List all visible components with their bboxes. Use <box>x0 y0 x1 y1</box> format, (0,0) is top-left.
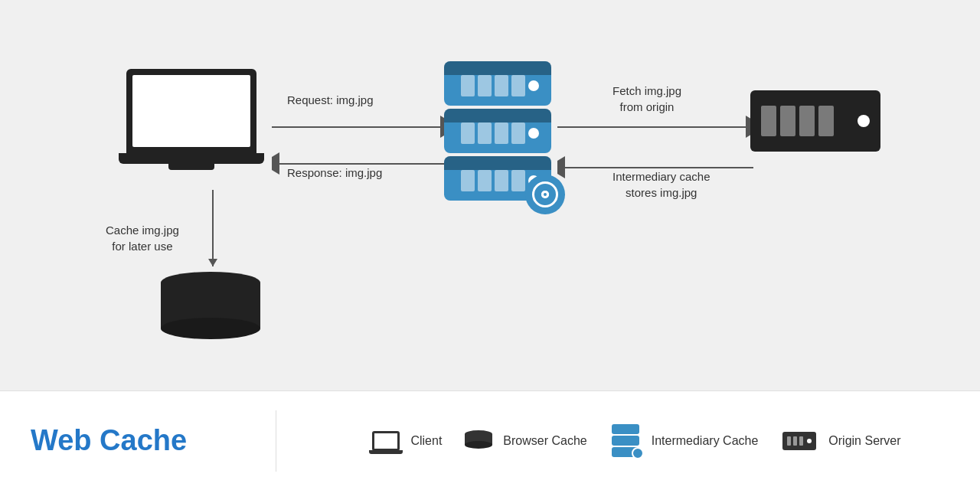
legend: Client Browser Cache <box>322 421 949 461</box>
fetch-label: Fetch img.jpgfrom origin <box>612 83 681 115</box>
server-disk-mid <box>444 109 551 153</box>
laptop-base <box>119 153 264 164</box>
footer: Web Cache Client Browser Cache <box>0 390 980 490</box>
cache-badge <box>525 175 565 214</box>
legend-label-browser-cache: Browser Cache <box>503 434 586 448</box>
database-icon <box>161 272 260 339</box>
intermediary-label: Intermediary cachestores img.jpg <box>612 168 710 201</box>
origin-box <box>750 90 880 152</box>
diagram-area: Request: img.jpg Response: img.jpg <box>0 0 980 390</box>
laptop-icon <box>126 69 264 164</box>
legend-label-client: Client <box>410 434 442 448</box>
legend-laptop-icon <box>372 431 400 451</box>
cache-label: Cache img.jpgfor later use <box>106 222 179 254</box>
legend-db-icon <box>465 430 492 452</box>
legend-server-icon <box>782 432 816 450</box>
legend-proxy-badge <box>632 447 644 459</box>
origin-server-icon <box>750 90 880 152</box>
legend-label-origin-server: Origin Server <box>828 434 900 448</box>
legend-proxy-icon <box>612 424 639 458</box>
legend-item-browser-cache: Browser Cache <box>463 426 586 456</box>
response-label: Response: img.jpg <box>287 165 382 181</box>
proxy-server-icon <box>444 61 551 201</box>
laptop-screen <box>126 69 256 153</box>
request-label: Request: img.jpg <box>287 92 374 108</box>
footer-divider <box>276 410 276 472</box>
legend-item-intermediary-cache: Intermediary Cache <box>609 421 759 461</box>
legend-item-origin-server: Origin Server <box>779 426 900 456</box>
cache-down-arrow <box>208 190 217 280</box>
server-disk-top <box>444 61 551 106</box>
legend-item-client: Client <box>371 426 442 456</box>
db-bottom <box>161 318 260 339</box>
server-rack <box>444 61 551 201</box>
legend-label-intermediary-cache: Intermediary Cache <box>652 434 759 448</box>
fetch-arrow <box>557 120 753 134</box>
page-title: Web Cache <box>31 424 214 457</box>
server-disk-bot <box>444 156 551 201</box>
request-arrow <box>272 120 448 134</box>
